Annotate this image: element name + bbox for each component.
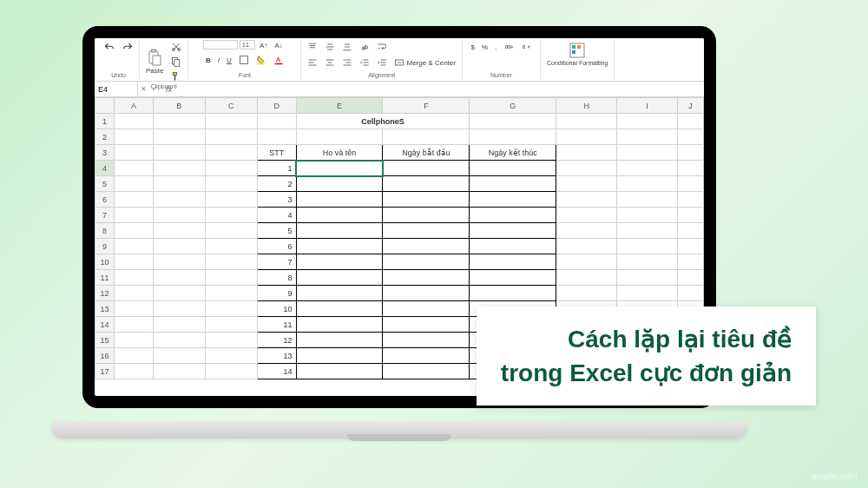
increase-font-button[interactable]: A↑ [257,40,270,51]
align-top-button[interactable] [305,40,320,54]
decrease-decimal-button[interactable]: .0 [518,40,534,54]
row-header[interactable]: 13 [95,301,115,317]
svg-rect-8 [240,56,247,64]
font-label: Font [239,72,251,79]
row-header[interactable]: 2 [95,129,115,145]
row-header[interactable]: 11 [95,270,115,286]
col-header-G[interactable]: G [470,98,556,114]
col-header-A[interactable]: A [114,98,153,114]
caption-box: Cách lặp lại tiêu đề trong Excel cực đơn… [477,307,816,406]
watermark: ample.com [811,471,858,481]
number-group: $ % , .00 .0 Number [463,40,541,79]
svg-rect-11 [274,63,282,65]
border-button[interactable] [236,53,252,67]
fill-color-button[interactable] [253,53,269,67]
comma-button[interactable]: , [492,40,499,54]
currency-button[interactable]: $ [469,40,477,54]
header-ngaykt[interactable]: Ngày kết thúc [470,145,556,161]
row-header[interactable]: 10 [95,254,115,270]
align-bottom-button[interactable] [339,40,355,54]
row-header[interactable]: 3 [95,145,115,161]
font-family-select[interactable] [203,40,238,49]
caption-line1: Cách lặp lại tiêu đề [501,322,792,356]
underline-button[interactable]: U [224,53,234,67]
bold-button[interactable]: B [203,53,214,67]
laptop-notch [347,434,451,441]
merge-center-button[interactable]: Merge & Center [391,56,457,69]
row-header[interactable]: 8 [95,223,115,239]
col-header-C[interactable]: C [205,98,257,114]
svg-rect-9 [257,63,265,65]
orientation-button[interactable]: ab [357,40,372,54]
copy-button[interactable] [168,55,184,69]
paste-button[interactable]: Paste [143,47,166,76]
active-cell[interactable] [296,161,383,176]
svg-rect-6 [174,60,180,67]
name-box[interactable]: E4 [95,82,138,96]
col-header-J[interactable]: J [677,98,703,114]
col-header-H[interactable]: H [556,98,617,114]
sheet-title[interactable]: CellphoneS [296,114,470,129]
decrease-font-button[interactable]: A↓ [272,40,285,51]
alignment-label: Alignment [368,72,395,79]
row-header[interactable]: 7 [95,208,115,223]
col-header-B[interactable]: B [153,98,205,114]
fx-cancel-button[interactable]: ✕ [138,83,149,95]
format-painter-button[interactable] [168,69,184,83]
undo-button[interactable] [102,40,117,54]
decrease-indent-button[interactable] [357,56,372,69]
row-header[interactable]: 1 [95,114,115,129]
svg-rect-7 [174,73,178,76]
laptop-base [52,421,746,439]
wrap-text-button[interactable] [374,40,390,54]
cell-stt[interactable]: 1 [257,161,296,176]
svg-text:.00: .00 [504,44,510,49]
clipboard-group: Paste Clipboard [140,40,188,79]
svg-rect-2 [153,56,161,65]
col-header-F[interactable]: F [383,98,470,114]
row-header[interactable]: 12 [95,286,115,301]
percent-button[interactable]: % [479,40,490,54]
row-header[interactable]: 17 [95,364,115,379]
align-center-button[interactable] [322,56,338,69]
header-hoten[interactable]: Ho và tên [296,145,383,161]
svg-text:.0: .0 [522,44,525,49]
formula-input[interactable] [177,85,704,94]
redo-button[interactable] [120,40,135,54]
fx-icon[interactable]: fx [161,85,177,94]
formula-bar: E4 ✕ ✓ fx [95,82,704,97]
italic-button[interactable]: I [215,53,222,67]
fx-confirm-button[interactable]: ✓ [149,83,161,95]
font-size-select[interactable]: 11 [240,40,255,49]
svg-rect-18 [577,45,581,49]
header-stt[interactable]: STT [257,145,296,161]
align-right-button[interactable] [339,56,355,69]
row-header[interactable]: 9 [95,239,115,254]
header-ngaybd[interactable]: Ngày bắt đầu [383,145,470,161]
svg-rect-1 [151,49,156,52]
cut-button[interactable] [168,40,184,54]
row-header[interactable]: 15 [95,333,115,348]
select-all-corner[interactable] [95,98,115,114]
row-header[interactable]: 6 [95,192,115,208]
svg-text:A: A [276,56,280,63]
alignment-group: ab Merge & Center Alignment [301,40,462,79]
svg-rect-17 [572,45,575,49]
conditional-formatting-button[interactable]: Conditional Formatting [544,40,610,68]
increase-indent-button[interactable] [374,56,390,69]
row-header[interactable]: 14 [95,317,115,333]
font-color-button[interactable]: A [271,53,286,67]
caption-line2: trong Excel cực đơn giản [501,356,792,390]
row-header[interactable]: 4 [95,161,115,176]
row-header[interactable]: 5 [95,176,115,192]
align-left-button[interactable] [305,56,320,69]
align-middle-button[interactable] [322,40,338,54]
row-header[interactable]: 16 [95,348,115,364]
undo-group: Undo [98,40,140,79]
ribbon: Undo Paste Clipboard [95,38,704,82]
col-header-I[interactable]: I [617,98,678,114]
col-header-D[interactable]: D [257,98,296,114]
number-label: Number [490,72,512,79]
increase-decimal-button[interactable]: .00 [501,40,516,54]
col-header-E[interactable]: E [296,98,383,114]
